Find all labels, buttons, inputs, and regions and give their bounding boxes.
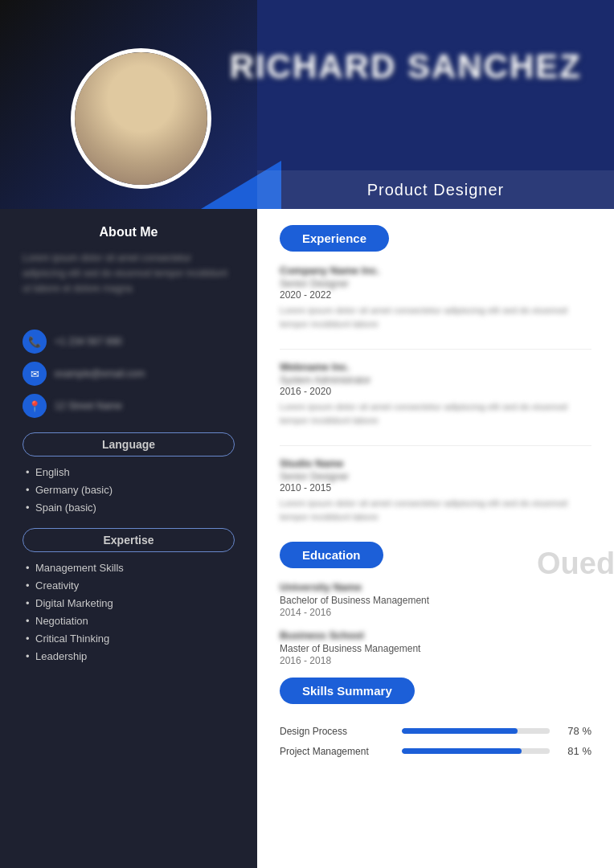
candidate-name: RICHARD SANCHEZ — [230, 48, 582, 85]
skill-bar-bg — [402, 748, 550, 754]
expertise-item: Negotiation — [26, 615, 235, 627]
experience-item: Webname Inc. System Administrator 2016 -… — [280, 361, 591, 429]
header-name-area: RICHARD SANCHEZ — [230, 48, 582, 85]
skills-header: Skills Summary — [280, 678, 415, 704]
education-item: University Name Bachelor of Business Man… — [280, 581, 591, 618]
exp-desc: Lorem ipsum dolor sit amet consectetur a… — [280, 304, 591, 333]
skill-row: Design Process 78 % — [280, 725, 591, 737]
language-item: English — [26, 466, 235, 478]
edu-degree: Master of Business Management — [280, 643, 591, 654]
exp-company: Studio Name — [280, 457, 591, 469]
divider — [280, 445, 591, 446]
phone-text: +1 234 567 890 — [55, 336, 122, 347]
expertise-item: Digital Marketing — [26, 597, 235, 609]
experience-section: Experience Company Name Inc. Senior Desi… — [280, 225, 591, 526]
exp-desc: Lorem ipsum dolor sit amet consectetur a… — [280, 400, 591, 429]
edu-school: Business School — [280, 629, 591, 641]
main-content: Ouedkniss.com Experience Company Name In… — [257, 209, 614, 868]
edu-dates: 2016 - 2018 — [280, 655, 591, 666]
header: RICHARD SANCHEZ Product Designer — [0, 0, 614, 209]
language-item: Spain (basic) — [26, 502, 235, 514]
exp-dates: 2016 - 2020 — [280, 386, 591, 397]
skills-section: Skills Summary Design Process 78 % Proje… — [280, 678, 591, 757]
avatar-image — [75, 52, 207, 185]
exp-role: Senior Designer — [280, 471, 591, 482]
expertise-badge: Expertise — [23, 528, 235, 552]
about-title: About Me — [23, 225, 235, 240]
edu-school: University Name — [280, 581, 591, 593]
expertise-item: Leadership — [26, 650, 235, 662]
exp-dates: 2010 - 2015 — [280, 482, 591, 493]
language-list: English Germany (basic) Spain (basic) — [23, 466, 235, 514]
skill-percent: 78 % — [559, 725, 591, 737]
exp-role: System Administrator — [280, 375, 591, 386]
exp-dates: 2020 - 2022 — [280, 289, 591, 301]
avatar — [71, 48, 211, 189]
expertise-item: Creativity — [26, 579, 235, 592]
sidebar: About Me Lorem ipsum dolor sit amet cons… — [0, 209, 257, 868]
experience-item: Studio Name Senior Designer 2010 - 2015 … — [280, 457, 591, 526]
skill-percent: 81 % — [559, 745, 591, 757]
contact-phone-item: 📞 +1 234 567 890 — [23, 330, 235, 354]
contact-address-item: 📍 12 Street Name — [23, 394, 235, 418]
skill-label: Design Process — [280, 726, 392, 737]
expertise-item: Management Skills — [26, 562, 235, 574]
skill-row: Project Management 81 % — [280, 745, 591, 757]
skill-bar-bg — [402, 728, 550, 734]
edu-degree: Bachelor of Business Management — [280, 595, 591, 606]
education-header: Education — [280, 542, 383, 568]
experience-item: Company Name Inc. Senior Designer 2020 -… — [280, 264, 591, 333]
exp-role: Senior Designer — [280, 278, 591, 289]
exp-company: Company Name Inc. — [280, 264, 591, 276]
main-layout: About Me Lorem ipsum dolor sit amet cons… — [0, 209, 614, 868]
header-title-bar: Product Designer — [257, 170, 614, 209]
content-wrapper: Ouedkniss.com Experience Company Name In… — [280, 225, 591, 757]
expertise-item: Critical Thinking — [26, 633, 235, 645]
education-section: Education University Name Bachelor of Bu… — [280, 542, 591, 666]
phone-icon: 📞 — [23, 330, 47, 354]
experience-header: Experience — [280, 225, 389, 252]
location-icon: 📍 — [23, 394, 47, 418]
address-text: 12 Street Name — [55, 400, 122, 411]
about-text: Lorem ipsum dolor sit amet consectetur a… — [23, 251, 235, 315]
divider — [280, 349, 591, 350]
email-icon: ✉ — [23, 362, 47, 386]
candidate-title: Product Designer — [367, 181, 505, 199]
contact-email-item: ✉ example@email.com — [23, 362, 235, 386]
language-badge: Language — [23, 432, 235, 457]
exp-company: Webname Inc. — [280, 361, 591, 373]
language-item: Germany (basic) — [26, 484, 235, 496]
skills-area: Design Process 78 % Project Management 8… — [280, 725, 591, 757]
expertise-list: Management Skills Creativity Digital Mar… — [23, 562, 235, 662]
education-item: Business School Master of Business Manag… — [280, 629, 591, 666]
skill-bar-fill — [402, 728, 518, 734]
edu-dates: 2014 - 2016 — [280, 607, 591, 618]
skill-bar-fill — [402, 748, 522, 754]
email-text: example@email.com — [55, 368, 145, 379]
exp-desc: Lorem ipsum dolor sit amet consectetur a… — [280, 497, 591, 526]
skill-label: Project Management — [280, 746, 392, 757]
